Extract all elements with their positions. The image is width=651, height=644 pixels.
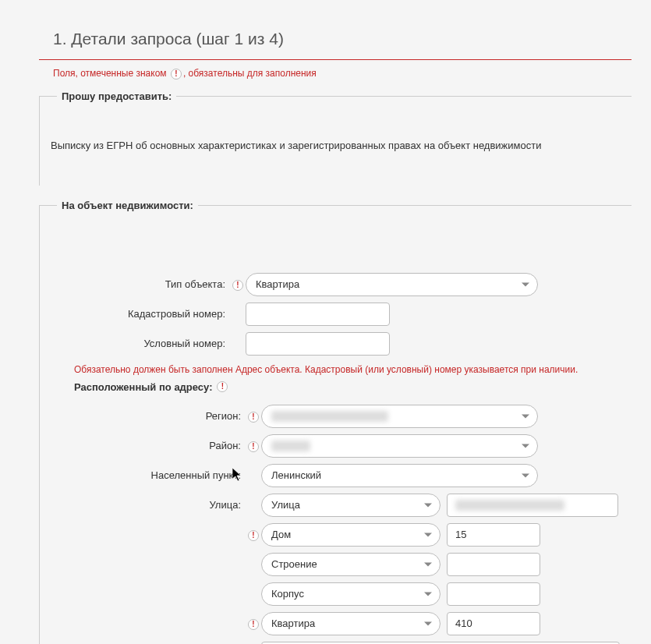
required-fields-note: Поля, отмеченные знаком !, обязательны д… <box>53 68 632 80</box>
label-object-type: Тип объекта: <box>51 278 230 290</box>
address-warning: Обязательно должен быть заполнен Адрес о… <box>74 364 621 375</box>
chevron-down-icon <box>424 562 432 566</box>
row-apartment: ! Квартира <box>51 611 621 636</box>
row-conditional: Условный номер: <box>51 331 621 356</box>
input-korpus-value[interactable] <box>447 582 540 606</box>
row-other: Иное: <box>51 641 621 644</box>
required-icon: ! <box>171 69 182 80</box>
label-district: Район: <box>51 440 246 451</box>
label-cadastral: Кадастровый номер: <box>51 308 230 320</box>
required-icon: ! <box>248 530 259 541</box>
required-note-after: , обязательны для заполнения <box>183 68 317 79</box>
input-street-value-blurred <box>455 500 564 511</box>
legend-object: На объект недвижимости: <box>57 200 198 211</box>
input-street-name[interactable] <box>447 494 618 517</box>
select-street-type[interactable]: Улица <box>261 494 440 517</box>
row-object-type: Тип объекта: ! Квартира <box>51 272 621 297</box>
chevron-down-icon <box>522 414 529 418</box>
input-building-value[interactable] <box>447 553 540 576</box>
label-region: Регион: <box>51 410 246 422</box>
row-street: Улица: Улица <box>51 493 621 518</box>
chevron-down-icon <box>424 592 432 596</box>
select-district[interactable] <box>261 434 538 458</box>
input-conditional[interactable] <box>246 332 390 356</box>
required-icon: ! <box>232 280 243 291</box>
chevron-down-icon <box>522 444 529 448</box>
select-building-type-value: Строение <box>271 558 317 570</box>
page-title: 1. Детали запроса (шаг 1 из 4) <box>53 30 632 48</box>
select-korpus-type-value: Корпус <box>271 588 304 600</box>
row-district: Район: ! <box>51 433 621 458</box>
input-house-value[interactable] <box>447 523 540 547</box>
label-street: Улица: <box>51 499 246 511</box>
select-region[interactable] <box>261 405 538 428</box>
required-icon: ! <box>248 619 259 630</box>
select-house-type-value: Дом <box>271 529 291 540</box>
chevron-down-icon <box>424 621 432 625</box>
row-region: Регион: ! <box>51 404 621 429</box>
row-building: Строение <box>51 552 621 577</box>
chevron-down-icon <box>424 503 432 507</box>
select-object-type[interactable]: Квартира <box>246 273 538 296</box>
label-conditional: Условный номер: <box>51 338 230 349</box>
legend-provide: Прошу предоставить: <box>57 90 176 102</box>
fieldset-provide: Прошу предоставить: Выписку из ЕГРН об о… <box>39 90 632 186</box>
section-address-label: Расположенный по адресу: ! <box>74 381 621 393</box>
select-apartment-type[interactable]: Квартира <box>261 612 440 635</box>
input-cadastral[interactable] <box>246 303 390 326</box>
chevron-down-icon <box>522 282 529 286</box>
required-note-before: Поля, отмеченные знаком <box>53 68 167 79</box>
select-apartment-type-value: Квартира <box>271 617 315 629</box>
select-district-value-blurred <box>271 441 310 451</box>
select-object-type-value: Квартира <box>256 278 299 290</box>
address-section-text: Расположенный по адресу: <box>74 381 212 393</box>
divider-redline <box>39 59 632 60</box>
fieldset-object: На объект недвижимости: Тип объекта: ! К… <box>39 200 632 644</box>
chevron-down-icon <box>424 533 432 536</box>
select-street-type-value: Улица <box>271 499 300 511</box>
select-building-type[interactable]: Строение <box>261 553 440 576</box>
chevron-down-icon <box>522 473 529 477</box>
row-cadastral: Кадастровый номер: <box>51 302 621 327</box>
select-settlement[interactable]: Ленинский <box>261 464 538 487</box>
row-settlement: Населенный пункт: Ленинский <box>51 463 621 488</box>
required-icon: ! <box>248 441 259 452</box>
row-korpus: Корпус <box>51 582 621 607</box>
select-korpus-type[interactable]: Корпус <box>261 582 440 606</box>
input-apartment-value[interactable] <box>447 612 540 635</box>
select-settlement-value: Ленинский <box>271 469 321 481</box>
select-house-type[interactable]: Дом <box>261 523 440 547</box>
provide-text: Выписку из ЕГРН об основных характеристи… <box>51 140 621 151</box>
required-icon: ! <box>217 381 228 392</box>
row-house: ! Дом <box>51 522 621 547</box>
label-settlement: Населенный пункт: <box>51 469 246 481</box>
select-region-value-blurred <box>271 411 388 422</box>
required-icon: ! <box>248 412 259 423</box>
